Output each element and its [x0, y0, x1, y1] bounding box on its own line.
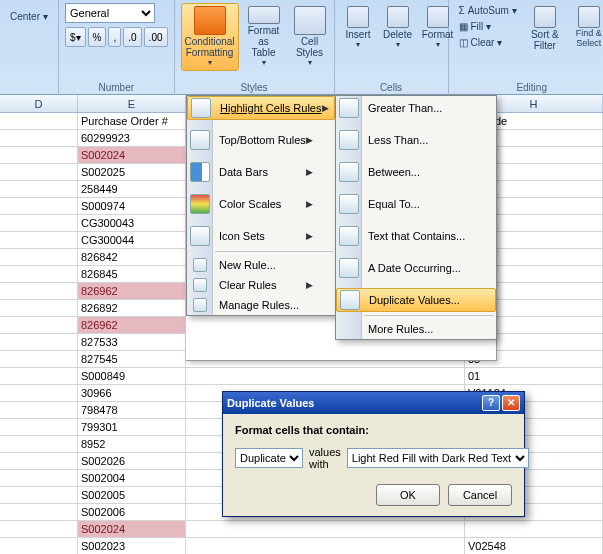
clear-button[interactable]: ◫ Clear ▾	[455, 35, 521, 50]
fill-button[interactable]: ▦ Fill ▾	[455, 19, 521, 34]
ok-button[interactable]: OK	[376, 484, 440, 506]
cell[interactable]	[0, 113, 78, 129]
cf-label: Conditional Formatting	[185, 36, 235, 58]
cell-po[interactable]: S002024	[78, 521, 186, 537]
cell-code[interactable]: 01	[465, 368, 603, 384]
cell[interactable]	[0, 419, 78, 435]
between-icon	[339, 162, 359, 182]
increase-decimal-button[interactable]: .0	[123, 27, 141, 47]
cell[interactable]	[0, 232, 78, 248]
cell[interactable]	[0, 215, 78, 231]
delete-button[interactable]: Delete▾	[380, 3, 416, 71]
cell-po[interactable]: 827545	[78, 351, 186, 367]
decrease-decimal-button[interactable]: .00	[144, 27, 168, 47]
menu-color-scales[interactable]: Color Scales▶	[187, 192, 335, 216]
cell[interactable]	[0, 402, 78, 418]
cell[interactable]	[0, 164, 78, 180]
cell[interactable]	[0, 317, 78, 333]
cell[interactable]	[0, 453, 78, 469]
duplicate-type-select[interactable]: Duplicate	[235, 448, 303, 468]
cell-code[interactable]	[465, 521, 603, 537]
cell[interactable]	[0, 198, 78, 214]
cell-po[interactable]: CG300043	[78, 215, 186, 231]
menu-greater-than[interactable]: Greater Than...	[336, 96, 496, 120]
cell[interactable]	[0, 368, 78, 384]
cancel-button[interactable]: Cancel	[448, 484, 512, 506]
format-style-select[interactable]: Light Red Fill with Dark Red Text	[347, 448, 529, 468]
cell-po[interactable]: 826845	[78, 266, 186, 282]
cell-po[interactable]: 826842	[78, 249, 186, 265]
cell-po[interactable]: S002004	[78, 470, 186, 486]
cell-po[interactable]: S002005	[78, 487, 186, 503]
dialog-titlebar[interactable]: Duplicate Values ? ✕	[223, 392, 524, 414]
cell[interactable]	[0, 147, 78, 163]
menu-highlight-cells-rules[interactable]: Highlight Cells Rules▶	[187, 96, 335, 120]
menu-equal-to[interactable]: Equal To...	[336, 192, 496, 216]
cell-po[interactable]: 826892	[78, 300, 186, 316]
cell-po[interactable]: 826962	[78, 283, 186, 299]
cell-po[interactable]: S002026	[78, 453, 186, 469]
find-select-button[interactable]: Find & Select	[569, 3, 603, 71]
col-D-header[interactable]: D	[0, 95, 78, 112]
cell-po[interactable]: 30966	[78, 385, 186, 401]
menu-clear-rules[interactable]: Clear Rules▶	[187, 275, 335, 295]
cell[interactable]	[0, 521, 78, 537]
menu-manage-rules[interactable]: Manage Rules...	[187, 295, 335, 315]
menu-between[interactable]: Between...	[336, 160, 496, 184]
cell-po[interactable]: 8952	[78, 436, 186, 452]
cell-po[interactable]: 798478	[78, 402, 186, 418]
cell-po[interactable]: S000849	[78, 368, 186, 384]
menu-less-than[interactable]: Less Than...	[336, 128, 496, 152]
cell[interactable]	[0, 283, 78, 299]
number-format-select[interactable]: General	[65, 3, 155, 23]
cell-po[interactable]: 258449	[78, 181, 186, 197]
menu-more-rules[interactable]: More Rules...	[336, 319, 496, 339]
cell-po[interactable]: 827533	[78, 334, 186, 350]
cell-po[interactable]: S002023	[78, 538, 186, 554]
cell[interactable]	[0, 266, 78, 282]
cell-po[interactable]: 60299923	[78, 130, 186, 146]
menu-new-rule[interactable]: New Rule...	[187, 255, 335, 275]
cell-po[interactable]: S002025	[78, 164, 186, 180]
autosum-button[interactable]: Σ AutoSum ▾	[455, 3, 521, 18]
cell[interactable]	[0, 351, 78, 367]
cell-po[interactable]: 799301	[78, 419, 186, 435]
dialog-close-button[interactable]: ✕	[502, 395, 520, 411]
cell[interactable]	[0, 504, 78, 520]
cell-po[interactable]: S000974	[78, 198, 186, 214]
cell-po[interactable]: S002006	[78, 504, 186, 520]
menu-duplicate-values[interactable]: Duplicate Values...	[336, 288, 496, 312]
cell-code[interactable]: V02548	[465, 538, 603, 554]
menu-text-contains[interactable]: Text that Contains...	[336, 224, 496, 248]
cell[interactable]	[0, 385, 78, 401]
menu-date-occurring[interactable]: A Date Occurring...	[336, 256, 496, 280]
cell-po[interactable]: CG300044	[78, 232, 186, 248]
menu-data-bars[interactable]: Data Bars▶	[187, 160, 335, 184]
cell[interactable]	[0, 130, 78, 146]
cell[interactable]	[0, 436, 78, 452]
comma-button[interactable]: ,	[108, 27, 121, 47]
col-E-header[interactable]: E	[78, 95, 186, 112]
cell[interactable]	[0, 249, 78, 265]
dialog-help-button[interactable]: ?	[482, 395, 500, 411]
cell[interactable]	[0, 538, 78, 554]
header-cell-po[interactable]: Purchase Order #	[78, 113, 186, 129]
menu-icon-sets[interactable]: Icon Sets▶	[187, 224, 335, 248]
cell-po[interactable]: S002024	[78, 147, 186, 163]
format-as-table-button[interactable]: Format as Table▾	[243, 3, 285, 71]
iconsets-icon	[190, 226, 210, 246]
menu-top-bottom-rules[interactable]: Top/Bottom Rules▶	[187, 128, 335, 152]
cell-po[interactable]: 826962	[78, 317, 186, 333]
insert-button[interactable]: Insert▾	[341, 3, 376, 71]
cell[interactable]	[0, 300, 78, 316]
percent-button[interactable]: %	[88, 27, 107, 47]
cell[interactable]	[0, 487, 78, 503]
conditional-formatting-button[interactable]: Conditional Formatting▾	[181, 3, 239, 71]
cell[interactable]	[0, 470, 78, 486]
cell[interactable]	[0, 181, 78, 197]
cell[interactable]	[0, 334, 78, 350]
sort-filter-button[interactable]: Sort & Filter	[525, 3, 565, 71]
cell-styles-button[interactable]: Cell Styles▾	[289, 3, 331, 71]
currency-button[interactable]: $ ▾	[65, 27, 86, 47]
merge-center-button[interactable]: Center ▾	[6, 9, 52, 24]
